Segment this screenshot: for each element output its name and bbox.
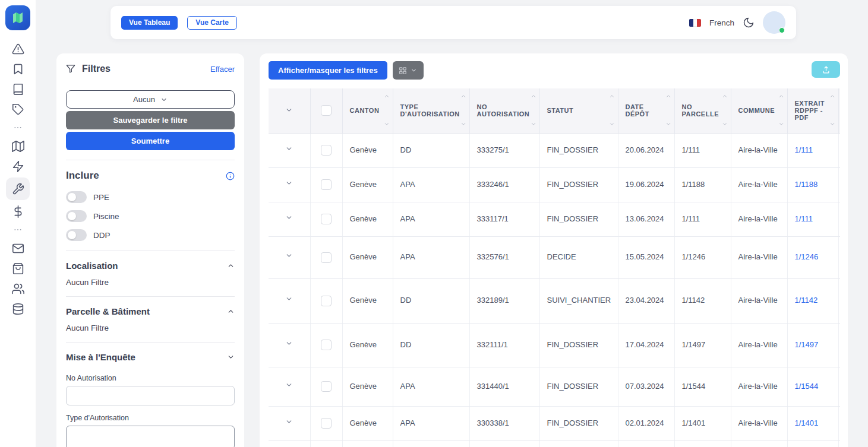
toggle-piscine[interactable] [66, 210, 87, 222]
row-checkbox[interactable] [321, 381, 332, 392]
expand-row-button[interactable] [285, 340, 293, 347]
toggle-ppe[interactable] [66, 191, 87, 203]
sort-control[interactable] [609, 93, 615, 127]
type-cell: DD [393, 278, 469, 323]
clear-filters-link[interactable]: Effacer [210, 65, 235, 74]
sidebar-item-users[interactable] [6, 278, 30, 299]
chevron-down-icon [285, 340, 293, 347]
row-checkbox[interactable] [321, 340, 332, 350]
sidebar-item-mail[interactable] [6, 238, 30, 258]
expand-row-cell [269, 323, 310, 367]
select-all-checkbox[interactable] [321, 105, 332, 116]
extrait-pdf-link[interactable]: 1/111 [795, 145, 813, 154]
type-autorisation-input[interactable] [66, 426, 235, 447]
column-header[interactable]: STATUT [539, 88, 618, 133]
no-autorisation-cell: 333117/1 [469, 202, 539, 236]
column-header[interactable]: EXTRAIT RDPPF - PDF [787, 88, 838, 133]
expand-row-button[interactable] [285, 252, 293, 259]
row-checkbox[interactable] [321, 145, 332, 156]
sort-control[interactable] [531, 93, 536, 127]
include-info-button[interactable] [226, 172, 235, 180]
column-header[interactable]: COMMUNE [731, 88, 787, 133]
save-filter-button[interactable]: Sauvegarder le filtre [66, 111, 235, 129]
toggle-label: DDP [93, 231, 111, 240]
column-header[interactable]: NO PARCELLE [674, 88, 731, 133]
sidebar-item-map[interactable] [6, 136, 30, 156]
expand-row-button[interactable] [285, 214, 293, 221]
chevron-down-icon [411, 67, 417, 74]
sidebar-item-zap[interactable] [6, 156, 30, 176]
submit-filter-button[interactable]: Soumettre [66, 132, 235, 150]
section-localisation[interactable]: Localisation [66, 261, 235, 271]
extrait-pdf-link[interactable]: 1/1188 [795, 180, 818, 189]
expand-row-button[interactable] [285, 418, 293, 426]
row-checkbox[interactable] [321, 214, 332, 224]
extrait-pdf-link[interactable]: 1/111 [795, 214, 813, 223]
section-parcelle-batiment[interactable]: Parcelle & Bâtiment [66, 306, 235, 316]
extrait-pdf-link[interactable]: 1/1497 [795, 340, 819, 349]
toggle-filters-button[interactable]: Afficher/masquer les filtres [269, 61, 387, 80]
sort-control[interactable] [384, 93, 390, 127]
view-map-button[interactable]: Vue Carte [187, 16, 237, 30]
extrait-pdf-link[interactable]: 1/1401 [795, 419, 819, 427]
extrait-pdf-link[interactable]: 1/1544 [795, 382, 819, 391]
view-options-dropdown-button[interactable] [393, 61, 424, 80]
expand-row-cell [269, 202, 310, 236]
sidebar-item-database[interactable] [6, 299, 30, 319]
type-cell: APA [393, 406, 469, 440]
expand-row-button[interactable] [285, 145, 293, 153]
expand-all-header[interactable] [269, 88, 310, 133]
extrait-pdf-link[interactable]: 1/1142 [795, 296, 818, 305]
dark-mode-toggle[interactable] [743, 17, 755, 28]
sidebar-item-wrench[interactable] [6, 177, 30, 200]
no-autorisation-input[interactable] [66, 386, 235, 405]
sidebar-item-dollar[interactable] [6, 201, 30, 221]
view-table-button[interactable]: Vue Tableau [121, 16, 178, 30]
expand-row-button[interactable] [285, 179, 293, 187]
row-select-cell [310, 440, 342, 447]
sidebar-item-shopping-bag[interactable] [6, 258, 30, 278]
row-checkbox[interactable] [321, 418, 332, 429]
expand-row-button[interactable] [285, 381, 293, 389]
column-header[interactable]: CANTON [342, 88, 393, 133]
map-icon [12, 140, 24, 153]
toggle-ddp[interactable] [66, 229, 87, 241]
sort-control[interactable] [722, 93, 728, 127]
sort-control[interactable] [665, 93, 671, 127]
column-header[interactable]: NO AUTORISATION [469, 88, 539, 133]
chevron-down-icon [160, 96, 168, 103]
sidebar-item-bookmark[interactable] [6, 59, 30, 79]
extrait-pdf-link[interactable]: 1/1246 [795, 252, 819, 261]
date-depot-cell [618, 440, 674, 447]
type-cell: APA [393, 202, 469, 236]
row-checkbox[interactable] [321, 296, 332, 306]
row-checkbox[interactable] [321, 179, 332, 190]
column-header[interactable]: TYPE D'AUTORISATION [393, 88, 469, 133]
dots-icon [13, 123, 23, 132]
row-checkbox[interactable] [321, 252, 332, 263]
no-autorisation-cell: 332576/1 [469, 236, 539, 278]
type-cell: APA [393, 167, 469, 202]
sort-control[interactable] [829, 93, 835, 127]
sidebar-item-alert-triangle[interactable] [6, 39, 30, 59]
saved-filter-select[interactable]: Aucun [66, 90, 235, 109]
column-header-label: STATUT [547, 107, 574, 114]
sort-desc-icon [531, 121, 536, 127]
chevron-down-icon [285, 214, 293, 221]
sort-desc-icon [722, 121, 728, 127]
canton-cell: Genève [342, 202, 393, 236]
sort-control[interactable] [460, 93, 466, 127]
sort-control[interactable] [778, 93, 784, 127]
app-logo[interactable] [5, 5, 30, 30]
export-button[interactable] [812, 61, 840, 78]
section-mise-a-l-enquete[interactable]: Mise à l'Enquête [66, 352, 235, 362]
expand-row-button[interactable] [285, 295, 293, 303]
column-header[interactable]: DATE DÉPÔT [618, 88, 674, 133]
sidebar-item-tag[interactable] [6, 99, 30, 119]
language-selector[interactable]: French [709, 18, 734, 27]
sidebar-item-book[interactable] [6, 79, 30, 99]
canton-cell [342, 440, 393, 447]
row-select-cell [310, 406, 342, 440]
user-avatar[interactable] [763, 11, 785, 34]
extrait-pdf-cell: 1/111 [787, 133, 838, 167]
